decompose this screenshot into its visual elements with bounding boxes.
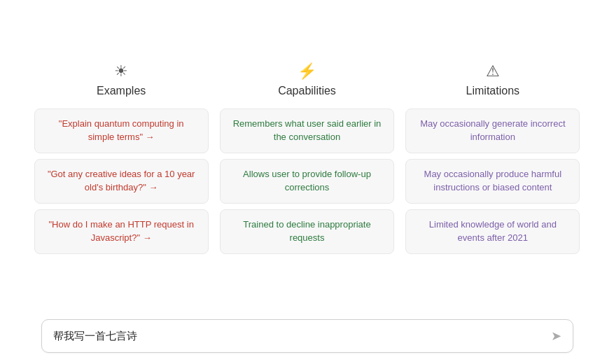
columns-wrapper: ☀Examples"Explain quantum computing in s…: [34, 64, 580, 253]
message-input[interactable]: [53, 330, 545, 342]
column-icon-capabilities: ⚡: [298, 64, 316, 79]
column-capabilities: ⚡CapabilitiesRemembers what user said ea…: [220, 64, 394, 253]
card-examples-0[interactable]: "Explain quantum computing in simple ter…: [34, 108, 209, 153]
card-limitations-0: May occasionally generate incorrect info…: [405, 108, 580, 153]
bottom-bar: ➤: [0, 311, 614, 364]
column-header-examples: ☀Examples: [97, 64, 146, 97]
main-content: ☀Examples"Explain quantum computing in s…: [0, 0, 614, 311]
column-icon-examples: ☀: [114, 64, 128, 79]
input-wrapper: ➤: [41, 319, 573, 353]
card-limitations-1: May occasionally produce harmful instruc…: [405, 159, 580, 204]
column-title-limitations: Limitations: [466, 85, 519, 97]
column-examples: ☀Examples"Explain quantum computing in s…: [34, 64, 209, 253]
card-limitations-2: Limited knowledge of world and events af…: [405, 209, 580, 254]
card-capabilities-0: Remembers what user said earlier in the …: [220, 108, 394, 153]
column-icon-limitations: ⚠: [486, 64, 500, 79]
card-capabilities-2: Trained to decline inappropriate request…: [220, 209, 394, 254]
send-icon[interactable]: ➤: [551, 328, 561, 344]
card-examples-2[interactable]: "How do I make an HTTP request in Javasc…: [34, 209, 209, 254]
card-capabilities-1: Allows user to provide follow-up correct…: [220, 159, 394, 204]
column-header-capabilities: ⚡Capabilities: [278, 64, 336, 97]
card-examples-1[interactable]: "Got any creative ideas for a 10 year ol…: [34, 159, 209, 204]
column-limitations: ⚠LimitationsMay occasionally generate in…: [405, 64, 580, 253]
column-title-examples: Examples: [97, 85, 146, 97]
column-title-capabilities: Capabilities: [278, 85, 336, 97]
column-header-limitations: ⚠Limitations: [466, 64, 519, 97]
